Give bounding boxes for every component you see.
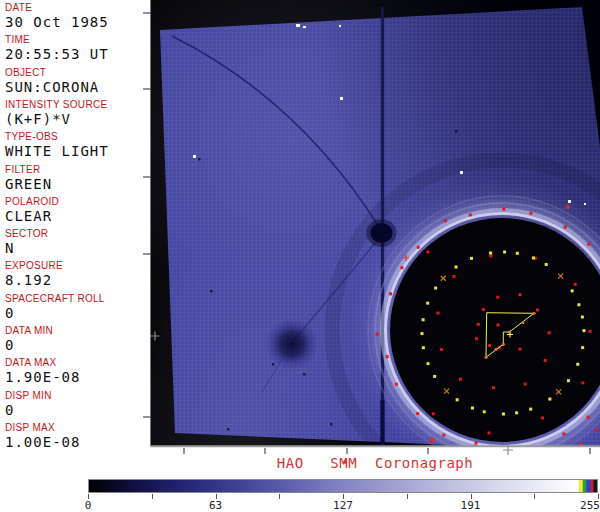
metadata-field-value: 1.90E-08 <box>5 370 80 385</box>
metadata-field-value: N <box>5 241 48 256</box>
metadata-field-label: TYPE-OBS <box>5 132 109 142</box>
metadata-field-label: TIME <box>5 35 109 45</box>
colorbar-minor-tick <box>152 494 153 499</box>
metadata-field: POLAROIDCLEAR <box>5 197 59 224</box>
metadata-field: TIME20:55:53 UT <box>5 35 109 62</box>
metadata-field: DATA MAX1.90E-08 <box>5 358 80 385</box>
colorbar-minor-tick <box>407 494 408 499</box>
metadata-field: OBJECTSUN:CORONA <box>5 68 99 95</box>
metadata-field: DISP MAX1.00E-08 <box>5 423 80 450</box>
metadata-field-value: 0 <box>5 338 53 353</box>
colorbar-tick-label: 127 <box>333 500 353 511</box>
colorbar-minor-tick <box>279 494 280 499</box>
metadata-field-value: (K+F)*V <box>5 112 107 127</box>
metadata-field-label: OBJECT <box>5 68 99 78</box>
metadata-field: SECTORN <box>5 229 48 256</box>
metadata-field: EXPOSURE8.192 <box>5 261 63 288</box>
metadata-field-label: DISP MAX <box>5 423 80 433</box>
metadata-field-value: SUN:CORONA <box>5 80 99 95</box>
metadata-field-value: 0 <box>5 306 105 321</box>
metadata-field-value: GREEN <box>5 177 52 192</box>
smm-coronagraph-display-window: DATE30 Oct 1985TIME20:55:53 UTOBJECTSUN:… <box>0 0 600 512</box>
metadata-field: DISP MIN0 <box>5 391 52 418</box>
metadata-field-label: DATE <box>5 3 109 13</box>
metadata-field-label: EXPOSURE <box>5 261 63 271</box>
metadata-field: INTENSITY SOURCE(K+F)*V <box>5 100 107 127</box>
colorbar-tick-label: 191 <box>461 500 481 511</box>
metadata-field-label: DISP MIN <box>5 391 52 401</box>
metadata-field-label: SECTOR <box>5 229 48 239</box>
metadata-field-value: 20:55:53 UT <box>5 47 109 62</box>
metadata-field: DATA MIN0 <box>5 326 53 353</box>
metadata-field: TYPE-OBSWHITE LIGHT <box>5 132 109 159</box>
metadata-field-value: 0 <box>5 403 52 418</box>
colorbar-tick-label: 63 <box>209 500 222 511</box>
metadata-sidebar: DATE30 Oct 1985TIME20:55:53 UTOBJECTSUN:… <box>0 0 150 460</box>
image-title: HAO SMM Coronagraph <box>150 455 600 471</box>
metadata-field-value: WHITE LIGHT <box>5 144 109 159</box>
metadata-field-label: INTENSITY SOURCE <box>5 100 107 110</box>
colorbar-tick-label: 0 <box>85 500 92 511</box>
coronagraph-image-frame <box>150 0 600 447</box>
colorbar <box>88 479 598 493</box>
metadata-field-value: 30 Oct 1985 <box>5 15 109 30</box>
metadata-field-label: POLAROID <box>5 197 59 207</box>
metadata-field: FILTERGREEN <box>5 165 52 192</box>
metadata-field-label: DATA MIN <box>5 326 53 336</box>
metadata-field-label: SPACECRAFT ROLL <box>5 294 105 304</box>
metadata-field: SPACECRAFT ROLL0 <box>5 294 105 321</box>
colorbar-minor-tick <box>534 494 535 499</box>
metadata-field-value: CLEAR <box>5 209 59 224</box>
metadata-field-value: 1.00E-08 <box>5 435 80 450</box>
metadata-field: DATE30 Oct 1985 <box>5 3 109 30</box>
metadata-field-label: DATA MAX <box>5 358 80 368</box>
metadata-field-label: FILTER <box>5 165 52 175</box>
metadata-field-value: 8.192 <box>5 273 63 288</box>
colorbar-tick-label: 255 <box>580 500 600 511</box>
